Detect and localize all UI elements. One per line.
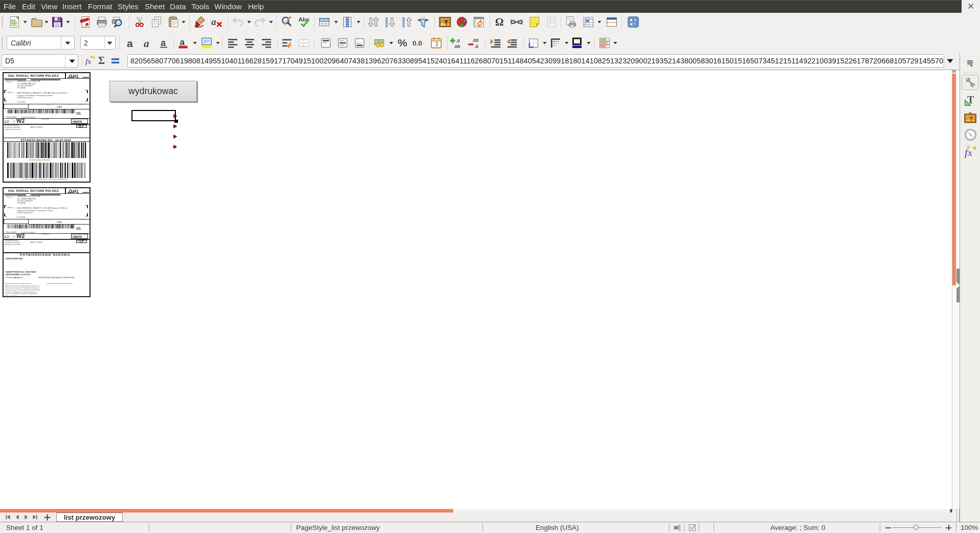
- svg-text:fx: fx: [965, 148, 972, 158]
